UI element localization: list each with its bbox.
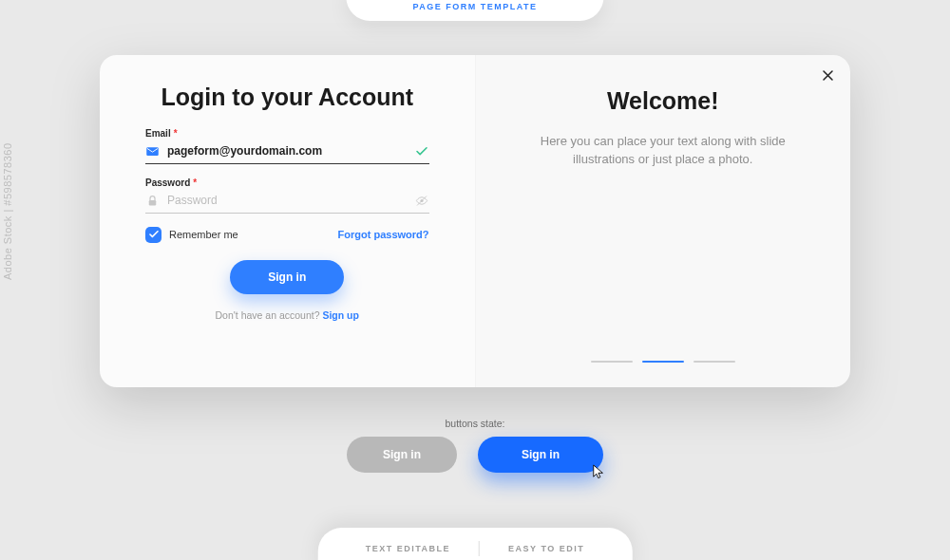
pager[interactable]	[591, 361, 735, 364]
signin-button-hover[interactable]: Sign in	[478, 437, 603, 473]
footer-right: EASY TO EDIT	[508, 544, 584, 553]
login-panel: Login to your Account Email* Password*	[100, 55, 476, 387]
pager-dot[interactable]	[591, 361, 633, 364]
header-tag: PAGE FORM TEMPLATE	[346, 0, 603, 21]
eye-off-icon[interactable]	[414, 194, 429, 208]
watermark: Adobe Stock | #598578360	[2, 142, 13, 280]
login-title: Login to your Account	[145, 84, 429, 111]
cursor-icon	[592, 463, 605, 480]
remember-me[interactable]: Remember me	[145, 227, 238, 243]
login-card: Login to your Account Email* Password*	[100, 55, 850, 387]
remember-label: Remember me	[169, 229, 238, 240]
welcome-subtitle: Here you can place your text along with …	[530, 132, 796, 169]
signup-link[interactable]: Sign up	[322, 309, 359, 321]
signin-button-disabled: Sign in	[347, 437, 457, 473]
welcome-panel: Welcome! Here you can place your text al…	[476, 55, 851, 387]
signup-prompt: Don't have an account?	[216, 309, 323, 321]
signup-row: Don't have an account? Sign up	[145, 309, 429, 321]
options-row: Remember me Forgot password?	[145, 227, 429, 243]
signin-button[interactable]: Sign in	[230, 260, 344, 294]
email-field-row	[145, 139, 429, 164]
pager-dot[interactable]	[694, 361, 735, 364]
close-icon[interactable]	[821, 68, 835, 83]
email-label: Email*	[145, 128, 429, 139]
forgot-password-link[interactable]: Forgot password?	[338, 229, 429, 240]
password-input[interactable]	[167, 194, 407, 207]
states-row: Sign in Sign in	[347, 437, 603, 473]
password-label: Password*	[145, 177, 429, 188]
footer-pill: TEXT EDITABLE EASY TO EDIT	[318, 528, 633, 560]
svg-rect-0	[146, 147, 159, 156]
remember-checkbox[interactable]	[145, 227, 162, 243]
pager-dot[interactable]	[642, 361, 684, 364]
mail-icon	[145, 144, 160, 159]
lock-icon	[145, 194, 160, 208]
welcome-title: Welcome!	[522, 87, 806, 115]
footer-left: TEXT EDITABLE	[366, 544, 450, 553]
states-label: buttons state:	[0, 418, 950, 429]
footer-divider	[479, 541, 480, 556]
svg-rect-1	[149, 200, 157, 206]
password-field-row	[145, 188, 429, 214]
email-input[interactable]	[167, 144, 407, 158]
check-icon	[414, 144, 429, 159]
